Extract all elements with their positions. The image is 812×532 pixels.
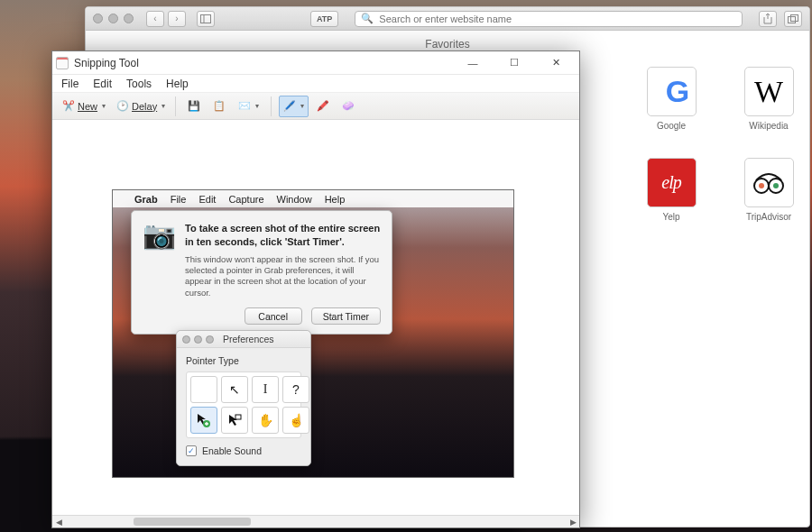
pointer-ibeam[interactable]: I (252, 376, 279, 403)
pointer-copy[interactable] (190, 407, 217, 434)
mail-icon: ✉️ (238, 100, 251, 112)
menu-file[interactable]: File (171, 194, 187, 205)
pointer-type-label: Pointer Type (186, 355, 301, 366)
favorite-label: Wikipedia (749, 121, 788, 131)
chevron-down-icon[interactable]: ▾ (161, 102, 165, 110)
sidebar-button[interactable] (197, 11, 215, 27)
scissors-icon: ✂️ (62, 100, 75, 112)
safari-titlebar: ‹ › ATP 🔍 (86, 7, 809, 31)
svg-rect-3 (791, 14, 798, 21)
tripadvisor-icon (744, 158, 794, 207)
favorite-label: TripAdvisor (746, 212, 791, 222)
new-snip-button[interactable]: ✂️ New ▾ (58, 96, 108, 117)
dialog-headline: To take a screen shot of the entire scre… (185, 222, 381, 249)
back-button[interactable]: ‹ (146, 11, 164, 27)
menu-edit[interactable]: Edit (198, 194, 216, 205)
url-bar[interactable]: 🔍 (355, 11, 743, 27)
scroll-left-arrow[interactable]: ◀ (52, 516, 65, 527)
favorite-tripadvisor[interactable]: TripAdvisor (739, 158, 798, 222)
chevron-down-icon[interactable]: ▾ (255, 102, 259, 110)
menu-edit[interactable]: Edit (91, 77, 114, 91)
scroll-right-arrow[interactable]: ▶ (567, 516, 579, 527)
highlighter-button[interactable]: 🖍️ (312, 96, 334, 117)
minimize-dot[interactable] (194, 335, 202, 344)
toolbar-separator (175, 96, 176, 116)
snipping-tool-icon (56, 57, 69, 69)
menu-capture[interactable]: Capture (228, 194, 263, 205)
share-button[interactable] (759, 11, 777, 27)
pen-icon: 🖊️ (283, 100, 296, 112)
zoom-dot[interactable] (206, 335, 214, 344)
prefs-title: Preferences (223, 334, 274, 344)
maximize-button[interactable]: ☐ (502, 54, 527, 72)
tabs-icon (788, 14, 798, 23)
delay-label: Delay (132, 101, 157, 112)
zoom-dot[interactable] (124, 14, 134, 23)
menu-file[interactable]: File (60, 77, 80, 91)
pointer-none[interactable] (190, 376, 217, 403)
horizontal-scrollbar[interactable]: ◀ ▶ (52, 515, 579, 527)
svg-rect-0 (201, 14, 211, 23)
snip-titlebar[interactable]: Snipping Tool — ☐ ✕ (52, 51, 579, 75)
start-timer-button[interactable]: Start Timer (311, 307, 381, 325)
content-blocker-badge[interactable]: ATP (310, 11, 338, 27)
snipping-tool-window: Snipping Tool — ☐ ✕ File Edit Tools Help… (51, 50, 580, 528)
pointer-point-hand[interactable]: ☝️ (282, 407, 309, 434)
mac-menubar: Grab File Edit Capture Window Help (113, 190, 513, 207)
eraser-icon: 🧼 (342, 100, 355, 112)
enable-sound-checkbox[interactable]: ✓ (186, 445, 197, 456)
minimize-dot[interactable] (108, 14, 118, 23)
tabs-button[interactable] (784, 11, 802, 27)
pointer-arrow[interactable]: ↖ (221, 376, 248, 403)
favorites-grid: G Google W Wikipedia elp Yelp TripAdviso… (641, 67, 798, 222)
pointer-context[interactable] (221, 407, 248, 434)
svg-rect-2 (789, 16, 796, 23)
menu-help[interactable]: Help (164, 77, 190, 91)
nav-back-forward[interactable]: ‹ › (146, 11, 186, 27)
pen-button[interactable]: 🖊️▾ (279, 96, 309, 117)
menu-window[interactable]: Window (277, 194, 312, 205)
eraser-button[interactable]: 🧼 (337, 96, 359, 117)
snip-canvas[interactable]: Grab File Edit Capture Window Help ↖ 📷 T… (52, 120, 579, 527)
save-button[interactable]: 💾 (183, 96, 205, 117)
svg-rect-9 (235, 415, 241, 419)
grab-timer-dialog: 📷 To take a screen shot of the entire sc… (131, 210, 392, 335)
forward-button[interactable]: › (168, 11, 186, 27)
send-button[interactable]: ✉️▾ (234, 96, 263, 117)
close-button[interactable]: ✕ (543, 54, 568, 72)
scroll-thumb[interactable] (134, 518, 251, 526)
menu-help[interactable]: Help (325, 194, 346, 205)
prefs-titlebar[interactable]: Preferences (177, 331, 310, 348)
close-dot[interactable] (93, 14, 103, 23)
pointer-help[interactable]: ? (282, 376, 309, 403)
chevron-down-icon[interactable]: ▾ (102, 102, 106, 110)
menu-tools[interactable]: Tools (125, 77, 153, 91)
pointer-open-hand[interactable]: ✋ (252, 407, 279, 434)
enable-sound-label: Enable Sound (202, 445, 262, 456)
sidebar-icon (200, 14, 211, 23)
snip-toolbar: ✂️ New ▾ 🕑 Delay ▾ 💾 📋 ✉️▾ 🖊️▾ 🖍️ 🧼 (52, 93, 579, 120)
url-input[interactable] (379, 14, 736, 24)
favorite-wikipedia[interactable]: W Wikipedia (739, 67, 798, 131)
clock-icon: 🕑 (116, 100, 129, 112)
enable-sound-row[interactable]: ✓ Enable Sound (186, 445, 301, 456)
close-dot[interactable] (182, 335, 190, 344)
delay-button[interactable]: 🕑 Delay ▾ (112, 96, 168, 117)
search-icon: 🔍 (361, 13, 374, 24)
favorite-google[interactable]: G Google (641, 67, 701, 131)
chevron-down-icon[interactable]: ▾ (300, 102, 304, 110)
grab-preferences-window: Preferences Pointer Type ↖ I ? (176, 330, 311, 466)
minimize-button[interactable]: — (460, 54, 485, 72)
window-traffic-lights[interactable] (93, 14, 134, 23)
yelp-icon: elp (647, 158, 697, 207)
cancel-button[interactable]: Cancel (245, 307, 302, 325)
google-icon: G (647, 67, 697, 116)
camera-icon: 📷 (143, 222, 176, 254)
copy-icon: 📋 (213, 100, 226, 112)
copy-button[interactable]: 📋 (208, 96, 230, 117)
favorite-yelp[interactable]: elp Yelp (641, 158, 701, 222)
snip-menubar[interactable]: File Edit Tools Help (52, 75, 579, 93)
dialog-body-text: This window won't appear in the screen s… (185, 254, 381, 298)
favorite-label: Yelp (662, 212, 679, 222)
menu-grab[interactable]: Grab (134, 194, 158, 205)
